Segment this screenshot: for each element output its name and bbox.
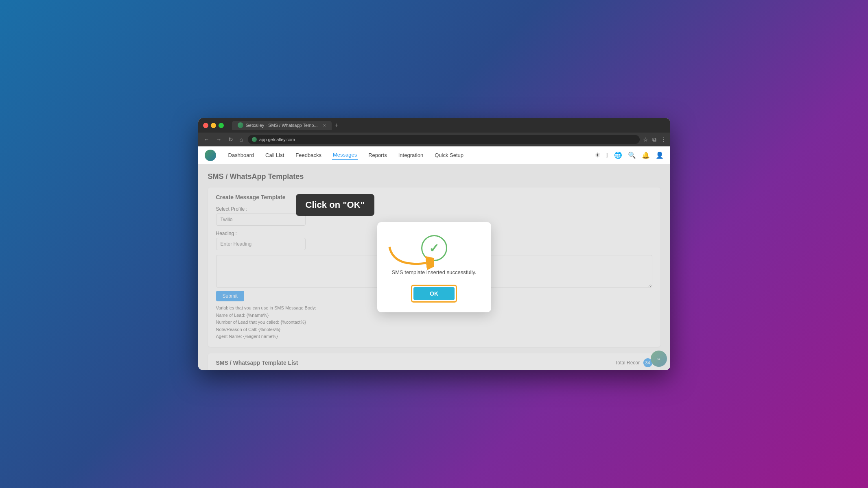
- arrow-icon: [385, 243, 434, 275]
- new-tab-button[interactable]: +: [332, 122, 342, 129]
- nav-item-reports[interactable]: Reports: [367, 150, 388, 160]
- click-tooltip: Click on "OK": [296, 194, 375, 216]
- tab-label: Getcalley - SMS / Whatsapp Temp...: [246, 123, 318, 128]
- browser-tab-bar: Getcalley - SMS / Whatsapp Temp... ✕ +: [232, 121, 342, 130]
- minimize-traffic-light[interactable]: [211, 123, 216, 128]
- modal-overlay: Click on "OK": [198, 164, 670, 370]
- close-traffic-light[interactable]: [203, 123, 208, 128]
- nav-bar: Dashboard Call List Feedbacks Messages R…: [198, 146, 670, 164]
- light-mode-icon[interactable]: ☀: [595, 151, 600, 159]
- address-favicon: [252, 137, 257, 142]
- ok-btn-wrapper: OK: [411, 285, 457, 303]
- nav-item-quicksetup[interactable]: Quick Setup: [434, 150, 464, 160]
- apple-icon[interactable]: : [606, 152, 608, 159]
- browser-titlebar: Getcalley - SMS / Whatsapp Temp... ✕ +: [198, 118, 670, 133]
- globe-icon[interactable]: 🌐: [614, 151, 622, 159]
- browser-window: Getcalley - SMS / Whatsapp Temp... ✕ + ←…: [198, 118, 670, 370]
- forward-button[interactable]: →: [214, 135, 223, 144]
- nav-item-calllist[interactable]: Call List: [265, 150, 285, 160]
- nav-item-messages[interactable]: Messages: [332, 150, 358, 160]
- active-tab[interactable]: Getcalley - SMS / Whatsapp Temp... ✕: [232, 121, 332, 130]
- nav-item-dashboard[interactable]: Dashboard: [227, 150, 255, 160]
- address-text: app.getcalley.com: [259, 137, 295, 142]
- toolbar-icons: ☆ ⧉ ⋮: [643, 136, 666, 143]
- bell-icon[interactable]: 🔔: [642, 151, 650, 159]
- ok-button[interactable]: OK: [413, 287, 455, 300]
- reload-button[interactable]: ↻: [227, 135, 235, 144]
- content-area: SMS / WhatsApp Templates Create Message …: [198, 164, 670, 370]
- nav-right: ☀  🌐 🔍 🔔 👤: [595, 151, 664, 159]
- address-bar[interactable]: app.getcalley.com: [248, 135, 640, 144]
- browser-toolbar: ← → ↻ ⌂ app.getcalley.com ☆ ⧉ ⋮: [198, 133, 670, 146]
- fullscreen-traffic-light[interactable]: [219, 123, 224, 128]
- app-content: Dashboard Call List Feedbacks Messages R…: [198, 146, 670, 370]
- tab-favicon: [238, 122, 243, 128]
- user-icon[interactable]: 👤: [656, 151, 664, 159]
- arrow-container: [385, 243, 434, 277]
- bookmark-icon[interactable]: ☆: [643, 136, 648, 143]
- search-icon[interactable]: 🔍: [628, 151, 636, 159]
- nav-item-integration[interactable]: Integration: [398, 150, 424, 160]
- app-layout: Dashboard Call List Feedbacks Messages R…: [198, 146, 670, 370]
- extension-icon[interactable]: ⧉: [652, 136, 656, 143]
- back-button[interactable]: ←: [202, 135, 211, 144]
- nav-item-feedbacks[interactable]: Feedbacks: [295, 150, 322, 160]
- home-button[interactable]: ⌂: [238, 135, 245, 144]
- tab-close-icon[interactable]: ✕: [323, 123, 326, 128]
- traffic-lights: [203, 123, 224, 128]
- menu-icon[interactable]: ⋮: [660, 136, 666, 143]
- nav-logo: [205, 150, 216, 161]
